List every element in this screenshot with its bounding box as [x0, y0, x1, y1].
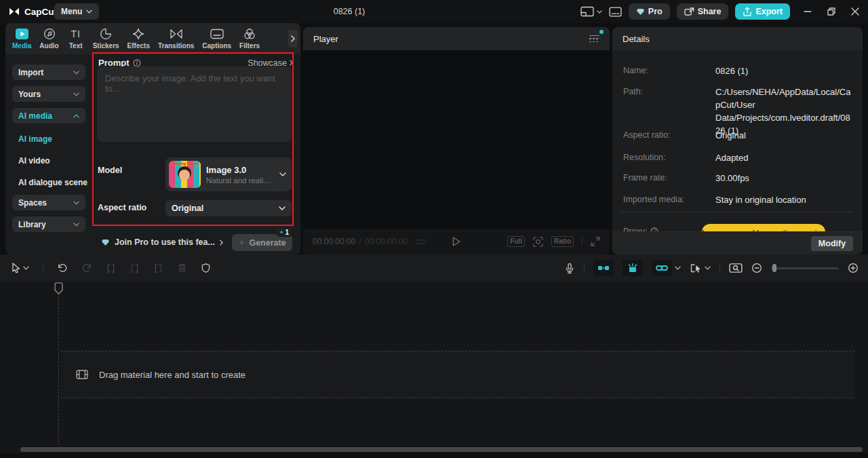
transitions-icon: [170, 28, 183, 40]
chevron-right-icon: [220, 240, 223, 246]
auto-preview-toggle[interactable]: [623, 260, 643, 276]
sticker-icon: [100, 28, 112, 40]
divider: [622, 212, 853, 212]
sidebar-item-ai-dialogue-scene[interactable]: AI dialogue scene: [18, 174, 87, 190]
model-thumb-figure: [179, 170, 190, 180]
sidebar-item-library[interactable]: Library: [12, 216, 85, 232]
mask-button[interactable]: [201, 263, 211, 273]
maximize-button[interactable]: [825, 5, 837, 18]
export-button[interactable]: Export: [735, 3, 790, 20]
detail-row-resolution: Resolution: Adapted: [623, 151, 853, 164]
fit-button[interactable]: [533, 237, 543, 247]
chevron-down-icon: [73, 71, 79, 75]
preview-frame-button[interactable]: [729, 263, 743, 273]
pro-button[interactable]: Pro: [629, 3, 670, 20]
trim-right-icon: [153, 263, 163, 273]
tab-effects[interactable]: Effects: [123, 28, 154, 50]
tab-transitions[interactable]: Transitions: [154, 28, 198, 50]
title-bar: CapCut Menu 0826 (1) Pro Share: [0, 0, 868, 23]
chevron-down-icon: [73, 92, 79, 96]
cursor-icon: [11, 263, 20, 273]
zoom-in-button[interactable]: [848, 263, 859, 273]
split-button[interactable]: [106, 263, 116, 273]
chevron-down-icon: [675, 266, 681, 270]
caption-layout-button[interactable]: [609, 7, 622, 17]
redo-button[interactable]: [81, 263, 92, 273]
tab-audio[interactable]: Audio: [35, 28, 62, 50]
model-label: Model: [98, 166, 122, 175]
zoom-out-icon: [751, 263, 762, 273]
share-button[interactable]: Share: [677, 3, 729, 20]
timecode: 00:00:00:00 / 00:00:00:00: [313, 237, 408, 246]
close-button[interactable]: [849, 5, 861, 18]
microphone-icon: [564, 263, 575, 274]
model-thumbnail: Coming Soon!: [169, 161, 201, 188]
menu-button[interactable]: Menu: [54, 3, 99, 20]
timeline-empty-text: Drag material here and start to create: [99, 370, 245, 380]
chevron-up-icon: [73, 114, 79, 118]
sparkle-icon: ✦: [238, 238, 245, 248]
main-track-magnet-toggle[interactable]: [593, 260, 614, 276]
chevron-right-icon: [290, 60, 293, 66]
tabbar-expand-button[interactable]: [288, 30, 298, 47]
sidebar-item-import[interactable]: Import: [12, 64, 85, 80]
delete-left-button[interactable]: [130, 263, 140, 273]
credit-badge: ✦ 1: [277, 228, 292, 237]
select-tool-button[interactable]: [11, 263, 29, 273]
timeline-drop-zone[interactable]: Drag material here and start to create: [61, 351, 854, 398]
model-name: Image 3.0: [206, 165, 274, 175]
cursor-box-icon: [690, 263, 702, 273]
modify-button[interactable]: Modify: [811, 236, 853, 251]
aspect-ratio-dropdown[interactable]: Original: [165, 200, 292, 216]
play-button[interactable]: [452, 237, 460, 246]
play-icon: [452, 237, 460, 246]
captions-icon: [210, 28, 224, 40]
detail-row-aspect-ratio: Aspect ratio: Original: [623, 129, 853, 142]
tab-media[interactable]: Media: [8, 28, 35, 50]
detail-row-frame-rate: Frame rate: 30.00fps: [623, 172, 853, 185]
player-header: Player: [303, 27, 610, 50]
prompt-input[interactable]: [97, 66, 292, 142]
linkage-toggle[interactable]: [652, 260, 681, 276]
undo-icon: [57, 263, 68, 273]
ratio-button[interactable]: Ratio: [551, 236, 574, 247]
sidebar-item-spaces[interactable]: Spaces: [12, 195, 85, 210]
join-pro-link[interactable]: Join Pro to use this fea...: [101, 233, 223, 252]
player-menu-button[interactable]: [589, 35, 599, 43]
tab-captions[interactable]: Captions: [198, 28, 235, 50]
tab-filters[interactable]: Filters: [235, 28, 264, 50]
media-panel: Media Audio TI Text Stickers Effects Tra…: [5, 23, 300, 254]
preview-axis-button[interactable]: [690, 263, 711, 273]
zoom-in-icon: [848, 263, 859, 273]
record-voiceover-button[interactable]: [564, 263, 575, 274]
horizontal-scrollbar[interactable]: [20, 447, 863, 452]
chevron-down-icon: [73, 201, 79, 205]
slider-handle[interactable]: [772, 264, 776, 272]
chevron-down-icon: [73, 223, 79, 227]
minimize-button[interactable]: [802, 5, 814, 18]
sidebar-item-ai-video[interactable]: AI video: [18, 153, 50, 168]
zoom-out-button[interactable]: [751, 263, 762, 273]
sidebar-item-ai-media[interactable]: AI media: [12, 108, 85, 123]
model-dropdown[interactable]: Coming Soon! Image 3.0 Natural and reali…: [165, 157, 292, 191]
tab-stickers[interactable]: Stickers: [89, 28, 123, 50]
project-title: 0826 (1): [305, 0, 393, 23]
timeline-zoom-slider[interactable]: [771, 263, 839, 273]
capcut-logo-icon: [8, 7, 20, 16]
delete-button[interactable]: [177, 263, 187, 273]
fullscreen-button[interactable]: [591, 237, 600, 246]
subtitle-panel-icon: [609, 7, 622, 17]
close-icon: [851, 7, 859, 16]
sidebar-item-ai-image[interactable]: AI image: [18, 131, 52, 147]
layout-switch-button[interactable]: [580, 6, 602, 17]
delete-right-button[interactable]: [153, 263, 163, 273]
undo-button[interactable]: [57, 263, 68, 273]
full-button[interactable]: Full: [507, 236, 525, 247]
tab-text[interactable]: TI Text: [63, 28, 89, 50]
chevron-down-icon: [705, 266, 711, 270]
chevron-down-icon: [23, 266, 29, 270]
export-icon: [743, 7, 752, 16]
sidebar-item-yours[interactable]: Yours: [12, 86, 85, 102]
playhead-marker[interactable]: [54, 282, 63, 294]
media-sidebar: Import Yours AI media AI image AI video …: [5, 54, 92, 254]
